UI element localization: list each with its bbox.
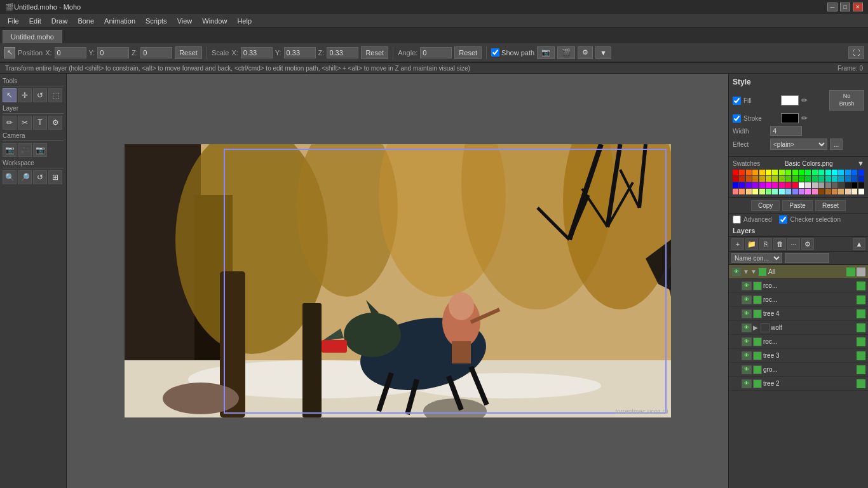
swatch[interactable] [792,170,798,175]
swatch[interactable] [792,176,798,182]
swatch[interactable] [805,182,811,188]
swatch[interactable] [766,182,771,188]
swatch[interactable] [746,182,752,188]
swatch[interactable] [851,170,857,175]
menu-file[interactable]: File [3,16,24,26]
swatch[interactable] [772,170,778,175]
layer-expand-icon[interactable]: ▶ [753,324,761,331]
layer-item-wolf[interactable]: 👁 ▶ wolf [729,321,868,335]
swatch[interactable] [832,170,837,175]
swatch[interactable] [792,189,798,194]
swatch[interactable] [799,189,804,194]
swatch[interactable] [805,170,811,175]
swatch[interactable] [812,182,818,188]
swatch[interactable] [818,189,824,194]
swatch[interactable] [733,189,738,194]
menu-bone[interactable]: Bone [72,16,99,26]
swatch[interactable] [772,182,778,188]
swatch[interactable] [746,170,752,175]
swatch[interactable] [818,170,824,175]
scale-tool[interactable]: ⬚ [48,88,62,102]
swatch[interactable] [785,176,791,182]
swatch[interactable] [779,182,785,188]
swatch[interactable] [752,170,758,175]
swatch[interactable] [825,176,831,182]
workspace-tool1[interactable]: 🔍 [3,170,17,184]
swatch[interactable] [733,176,738,182]
edit-tool[interactable]: ✏ [3,116,17,130]
effect-more-button[interactable]: ... [830,139,843,150]
filter-select[interactable]: Name con... [731,253,782,263]
camera-tool2[interactable]: 🎥 [18,143,32,157]
tab-untitled[interactable]: Untitled.moho [3,30,62,43]
swatch[interactable] [838,189,844,194]
camera-btn2[interactable]: 🎬 [557,46,575,59]
swatch[interactable] [766,176,771,182]
layer-expand2-icon[interactable]: ▼ [750,268,758,275]
no-brush-button[interactable]: NoBrush [829,90,864,111]
swatch[interactable] [838,182,844,188]
filter-input[interactable] [785,253,829,263]
text-tool[interactable]: T [33,116,47,130]
swatch[interactable] [805,176,811,182]
swatch[interactable] [759,176,765,182]
swatch[interactable] [752,182,758,188]
layer-vis-icon[interactable]: 👁 [731,268,742,276]
swatch[interactable] [832,176,837,182]
layer-item-all[interactable]: 👁 ▼ ▼ All [729,265,868,279]
reset2-button[interactable]: Reset [361,46,388,59]
move-tool[interactable]: ✛ [18,88,32,102]
layer-item[interactable]: 👁 tree 2 [729,377,868,391]
swatch[interactable] [825,182,831,188]
scale-y-input[interactable] [284,47,316,58]
swatch[interactable] [779,176,785,182]
swatch[interactable] [746,189,752,194]
layers-delete-btn[interactable]: 🗑 [773,238,786,250]
reset3-button[interactable]: Reset [454,46,482,59]
swatches-dropdown-icon[interactable]: ▼ [857,159,864,167]
layers-more-btn[interactable]: ··· [787,238,800,250]
select-tool[interactable]: ↖ [3,88,17,102]
menu-window[interactable]: Window [197,16,232,26]
swatch[interactable] [759,182,765,188]
layer-vis-icon[interactable]: 👁 [742,365,752,374]
settings-btn[interactable]: ▼ [595,46,611,59]
swatch[interactable] [838,176,844,182]
swatch[interactable] [739,189,745,194]
swatch[interactable] [812,176,818,182]
stroke-pencil-icon[interactable]: ✏ [801,114,808,123]
stroke-color-box[interactable] [781,113,799,123]
swatch[interactable] [845,170,851,175]
advanced-checkbox[interactable] [733,215,741,224]
swatch[interactable] [792,182,798,188]
layer-vis-icon[interactable]: 👁 [742,337,752,346]
swatch[interactable] [851,182,857,188]
swatch[interactable] [858,170,864,175]
position-y-input[interactable] [97,47,129,58]
swatch[interactable] [812,189,818,194]
position-x-input[interactable] [55,47,86,58]
width-input[interactable] [770,126,802,136]
layer-vis-icon[interactable]: 👁 [742,295,752,304]
position-z-input[interactable] [140,47,172,58]
close-button[interactable]: ✕ [853,3,863,11]
swatch[interactable] [779,189,785,194]
swatch[interactable] [851,189,857,194]
swatch[interactable] [838,170,844,175]
layers-scroll-up[interactable]: ▲ [853,238,865,250]
fill-pencil-icon[interactable]: ✏ [801,96,808,105]
workspace-tool2[interactable]: 🔎 [18,170,32,184]
scale-z-input[interactable] [327,47,358,58]
layer-item[interactable]: 👁 roc... [729,293,868,307]
cut-tool[interactable]: ✂ [18,116,32,130]
layer-vis-icon[interactable]: 👁 [742,351,752,360]
swatch[interactable] [825,170,831,175]
checker-checkbox[interactable] [779,215,787,224]
swatch[interactable] [799,176,804,182]
menu-help[interactable]: Help [232,16,257,26]
swatch[interactable] [759,189,765,194]
swatch[interactable] [799,170,804,175]
layer-item[interactable]: 👁 rco... [729,279,868,293]
swatch[interactable] [812,170,818,175]
layer-vis-icon[interactable]: 👁 [742,323,752,332]
